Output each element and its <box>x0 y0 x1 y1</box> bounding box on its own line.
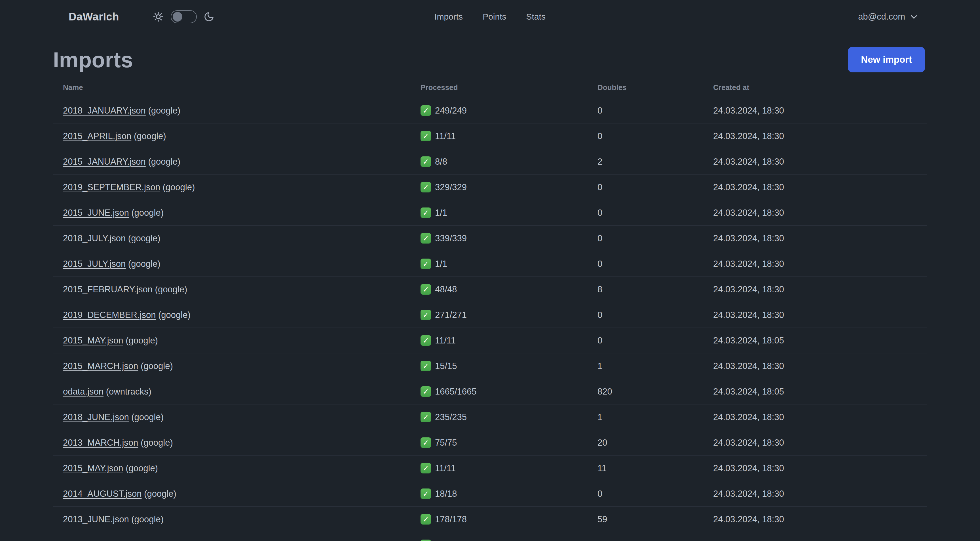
import-file-link[interactable]: 2018_JANUARY.json <box>63 105 146 115</box>
theme-toggle-group <box>153 10 215 23</box>
import-file-link[interactable]: 2018_JUNE.json <box>63 412 129 422</box>
table-row: 2013_JUNE.json (google) ✓ 178/178 59 24.… <box>53 506 927 532</box>
created-at-value: 24.03.2024, 18:30 <box>713 514 927 525</box>
doubles-value: 59 <box>597 514 713 525</box>
import-file-link[interactable]: 2013_MARCH.json <box>63 438 138 448</box>
doubles-value: 0 <box>597 310 713 320</box>
created-at-value: 24.03.2024, 18:30 <box>713 105 927 116</box>
import-file-link[interactable]: 2015_MARCH.json <box>63 361 138 371</box>
processed-count: 339/339 <box>435 233 467 244</box>
import-source-label: (google) <box>158 310 191 320</box>
success-check-icon: ✓ <box>420 335 431 346</box>
doubles-value: 0 <box>597 131 713 141</box>
column-header-doubles: Doubles <box>597 83 713 92</box>
table-row: 2015_JULY.json (google) ✓ 1/1 0 24.03.20… <box>53 251 927 276</box>
import-source-label: (google) <box>131 514 164 524</box>
table-header-row: Name Processed Doubles Created at <box>53 77 927 97</box>
processed-count: 75/75 <box>435 438 457 448</box>
created-at-value: 24.03.2024, 18:30 <box>713 157 927 167</box>
table-row: 2015_MARCH.json (google) ✓ 15/15 1 24.03… <box>53 353 927 379</box>
import-file-link[interactable]: 2013_JUNE.json <box>63 514 129 524</box>
import-source-label: (google) <box>126 335 158 345</box>
import-file-link[interactable]: odata.json <box>63 386 103 397</box>
table-body: 2018_JANUARY.json (google) ✓ 249/249 0 2… <box>53 97 927 532</box>
moon-icon <box>204 11 215 22</box>
import-source-label: (google) <box>134 131 166 141</box>
column-header-created-at: Created at <box>713 83 927 92</box>
import-source-label: (google) <box>128 233 161 243</box>
import-file-link[interactable]: 2019_SEPTEMBER.json <box>63 182 160 192</box>
nav-link-stats[interactable]: Stats <box>526 12 546 22</box>
imports-table: Name Processed Doubles Created at 2018_J… <box>53 77 927 541</box>
table-row: 2015_JANUARY.json (google) ✓ 8/8 2 24.03… <box>53 149 927 174</box>
new-import-button[interactable]: New import <box>848 47 925 72</box>
table-row: 2019_SEPTEMBER.json (google) ✓ 329/329 0… <box>53 174 927 200</box>
table-row: 2015_MAY.json (google) ✓ 11/11 11 24.03.… <box>53 455 927 481</box>
created-at-value: 24.03.2024, 18:30 <box>713 259 927 269</box>
doubles-value: 11 <box>597 463 713 474</box>
table-row: 2019_DECEMBER.json (google) ✓ 271/271 0 … <box>53 302 927 327</box>
success-check-icon: ✓ <box>420 182 431 192</box>
page-title: Imports <box>53 48 133 72</box>
processed-count: 329/329 <box>435 182 467 192</box>
success-check-icon: ✓ <box>420 105 431 116</box>
success-check-icon: ✓ <box>420 233 431 244</box>
success-check-icon: ✓ <box>420 386 431 397</box>
nav-link-imports[interactable]: Imports <box>434 12 463 22</box>
created-at-value: 24.03.2024, 18:05 <box>713 335 927 346</box>
created-at-value: 24.03.2024, 18:30 <box>713 438 927 448</box>
doubles-value: 20 <box>597 438 713 448</box>
nav-link-points[interactable]: Points <box>483 12 506 22</box>
import-source-label: (google) <box>141 361 173 371</box>
import-file-link[interactable]: 2015_MAY.json <box>63 463 123 473</box>
doubles-value: 1 <box>597 412 713 422</box>
table-row: odata.json (owntracks) ✓ 1665/1665 820 2… <box>53 379 927 404</box>
processed-count: 271/271 <box>435 310 467 320</box>
success-check-icon: ✓ <box>420 539 431 541</box>
import-file-link[interactable]: 2015_JUNE.json <box>63 208 129 218</box>
table-row: 2015_JUNE.json (google) ✓ 1/1 0 24.03.20… <box>53 200 927 225</box>
processed-count: 1665/1665 <box>435 386 477 397</box>
import-file-link[interactable]: 2015_JANUARY.json <box>63 157 146 167</box>
processed-count: 1/1 <box>435 259 447 269</box>
import-file-link[interactable]: 2015_MAY.json <box>63 335 123 345</box>
import-file-link[interactable]: 2014_AUGUST.json <box>63 489 142 499</box>
column-header-processed: Processed <box>420 83 597 92</box>
theme-toggle[interactable] <box>171 10 197 23</box>
theme-toggle-knob <box>173 12 182 22</box>
created-at-value: 24.03.2024, 18:05 <box>713 386 927 397</box>
created-at-value: 24.03.2024, 18:30 <box>713 310 927 320</box>
doubles-value: 0 <box>597 259 713 269</box>
created-at-value: 24.03.2024, 18:30 <box>713 361 927 371</box>
created-at-value: 24.03.2024, 18:30 <box>713 182 927 192</box>
processed-count: 1/1 <box>435 208 447 218</box>
success-check-icon: ✓ <box>420 156 431 167</box>
import-source-label: (google) <box>126 463 158 473</box>
created-at-value: 24.03.2024, 18:30 <box>713 412 927 422</box>
success-check-icon: ✓ <box>420 412 431 422</box>
import-file-link[interactable]: 2015_APRIL.json <box>63 131 131 141</box>
doubles-value: 2 <box>597 157 713 167</box>
import-source-label: (google) <box>163 182 195 192</box>
created-at-value: 24.03.2024, 18:30 <box>713 208 927 218</box>
created-at-value: 24.03.2024, 18:30 <box>713 489 927 499</box>
import-file-link[interactable]: 2015_FEBRUARY.json <box>63 284 153 294</box>
processed-count: 178/178 <box>435 514 467 525</box>
table-row: 2018_JULY.json (google) ✓ 339/339 0 24.0… <box>53 225 927 251</box>
doubles-value: 0 <box>597 335 713 346</box>
chevron-down-icon <box>909 12 919 22</box>
import-file-link[interactable]: 2015_JULY.json <box>63 259 126 269</box>
success-check-icon: ✓ <box>420 310 431 320</box>
processed-count: 8/8 <box>435 157 447 167</box>
import-source-label: (google) <box>131 208 164 218</box>
app-logo[interactable]: DaWarIch <box>68 11 119 23</box>
doubles-value: 0 <box>597 208 713 218</box>
success-check-icon: ✓ <box>420 259 431 269</box>
user-menu[interactable]: ab@cd.com <box>858 12 919 22</box>
import-file-link[interactable]: 2019_DECEMBER.json <box>63 310 156 320</box>
import-source-label: (google) <box>155 284 188 294</box>
import-file-link[interactable]: 2018_JULY.json <box>63 233 126 243</box>
created-at-value: 24.03.2024, 18:30 <box>713 284 927 295</box>
main-nav: Imports Points Stats <box>434 12 546 22</box>
success-check-icon: ✓ <box>420 284 431 295</box>
